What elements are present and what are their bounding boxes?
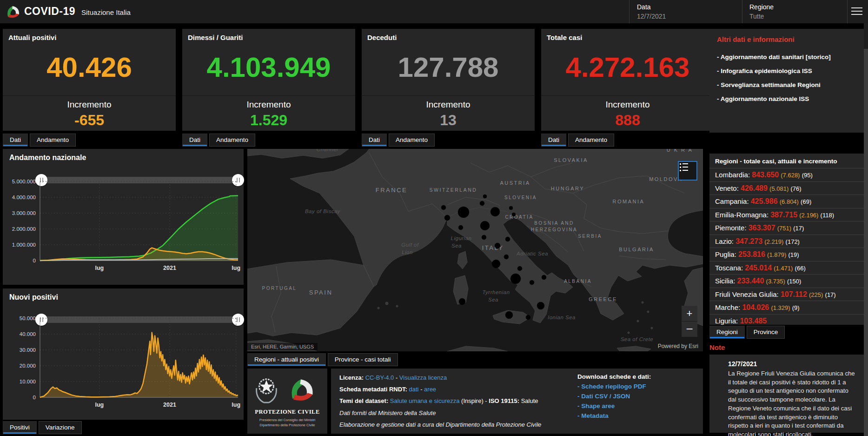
region-bubble[interactable] (483, 195, 487, 198)
download-title: Download schede e dati: (577, 373, 698, 380)
card-value: 4.272.163 (541, 51, 714, 83)
salute-link[interactable]: Salute umana e sicurezza (390, 397, 460, 404)
tab-andamento[interactable]: Andamento (209, 134, 255, 147)
region-row[interactable]: Emilia-Romagna: 387.715 (2.196) (118) (709, 208, 865, 221)
download-link[interactable]: - Metadata (577, 412, 698, 419)
region-bubble[interactable] (458, 225, 463, 230)
tab-regioni-attuali-positivi[interactable]: Regioni - attuali positivi (247, 353, 326, 366)
svg-text:30.000: 30.000 (20, 347, 36, 353)
card-value: 127.788 (362, 51, 535, 83)
map-zoom-in-button[interactable]: + (682, 306, 697, 322)
region-bubble[interactable] (505, 311, 513, 319)
region-bubble[interactable] (459, 298, 465, 305)
region-row[interactable]: Friuli Venezia Giulia: 107.112 (225) (17… (709, 288, 865, 301)
svg-text:SWITZERLAND: SWITZERLAND (430, 187, 477, 193)
chart-title: Nuovi positivi (9, 293, 58, 302)
region-row[interactable]: Liguria: 103.485 (709, 314, 865, 325)
region-row[interactable]: Veneto: 426.489 (5.081) (76) (709, 181, 865, 195)
card-dimessi-guariti: Dimessi / Guariti 4.103.949 Incremento 1… (182, 29, 355, 131)
tab-dati[interactable]: Dati (182, 134, 207, 147)
download-link[interactable]: - Schede riepilogo PDF (577, 383, 698, 390)
svg-text:SERBIA: SERBIA (578, 234, 602, 239)
license-link[interactable]: CC-BY-4.0 (365, 374, 394, 381)
region-bubble[interactable] (458, 207, 469, 218)
region-bubble[interactable] (482, 235, 486, 240)
regioni-list-panel: Regioni - totale casi, attuali e increme… (709, 154, 865, 325)
tab-dati[interactable]: Dati (362, 134, 387, 147)
svg-text:4.000.000: 4.000.000 (12, 195, 36, 200)
powered-by-esri: Powered by Esri (655, 342, 701, 350)
view-license-link[interactable]: Visualizza licenza (399, 374, 447, 381)
scrollbar-track[interactable] (864, 23, 868, 436)
altri-dati-link[interactable]: - Aggiornamento dati sanitari [storico] (717, 54, 852, 61)
increment-value: 888 (541, 112, 714, 129)
region-row[interactable]: Lazio: 347.273 (2.219) (172) (709, 235, 865, 248)
scrollbar-thumb[interactable] (864, 49, 868, 436)
europe-map[interactable]: ChannelBay of BiscayGulf ofLionLigurianS… (247, 149, 703, 351)
region-bubble[interactable] (495, 243, 500, 248)
region-bubble[interactable] (490, 207, 500, 216)
rndt-aree-link[interactable]: aree (424, 386, 436, 393)
region-bubble[interactable] (505, 237, 510, 241)
tab-province-casi-totali[interactable]: Province - casi totali (328, 353, 398, 366)
date-filter[interactable]: Data 12/7/2021 (637, 3, 666, 20)
tab-positivi[interactable]: Positivi (3, 421, 37, 434)
tab-andamento[interactable]: Andamento (568, 134, 614, 147)
region-row[interactable]: Puglia: 253.816 (1.879) (19) (709, 248, 865, 261)
rndt-dati-link[interactable]: dati (409, 386, 419, 393)
altri-dati-link[interactable]: - Sorveglianza settimanale Regioni (717, 81, 852, 89)
tab-dati[interactable]: Dati (541, 134, 566, 147)
menu-icon[interactable] (851, 7, 862, 16)
map-zoom-out-button[interactable]: − (682, 322, 697, 337)
iso-label: ISO 19115: (489, 397, 519, 404)
download-link[interactable]: - Shape aree (577, 402, 698, 409)
tab-andamento[interactable]: Andamento (30, 134, 76, 147)
region-bubble[interactable] (526, 315, 530, 320)
svg-text:Channel: Channel (317, 149, 338, 152)
tab-variazione[interactable]: Variazione (39, 421, 82, 434)
svg-text:20.000: 20.000 (20, 363, 36, 369)
region-row[interactable]: Sicilia: 233.440 (3.735) (150) (709, 274, 865, 288)
download-link[interactable]: - Dati CSV / JSON (577, 393, 698, 400)
svg-text:1.000.000: 1.000.000 (12, 242, 36, 248)
region-bubble[interactable] (510, 274, 521, 284)
region-bubble[interactable] (517, 266, 522, 271)
card-value: 40.426 (3, 51, 176, 83)
region-filter-value[interactable]: Tutte (749, 13, 774, 20)
altri-dati-link[interactable]: - Infografica epidemiologica ISS (717, 67, 852, 75)
svg-text:SLOVENIA: SLOVENIA (504, 195, 537, 200)
map-legend-button[interactable] (678, 161, 697, 181)
region-bubble[interactable] (444, 215, 450, 221)
license-panel: Licenza: CC-BY-4.0 - Visualizza licenza … (331, 369, 703, 434)
tab-province[interactable]: Province (747, 326, 785, 339)
region-bubble[interactable] (492, 260, 500, 268)
svg-text:Sea: Sea (488, 297, 498, 302)
svg-text:lug: lug (95, 402, 104, 408)
region-bubble[interactable] (504, 255, 509, 259)
tab-andamento[interactable]: Andamento (389, 134, 435, 147)
region-bubble[interactable] (512, 213, 516, 216)
region-filter[interactable]: Regione Tutte (749, 3, 774, 20)
region-bubble[interactable] (480, 221, 490, 230)
altri-dati-link[interactable]: - Aggiornamento nazionale ISS (717, 95, 852, 103)
region-bubble[interactable] (480, 201, 484, 206)
region-row[interactable]: Piemonte: 363.307 (751) (17) (709, 221, 865, 235)
region-bubble[interactable] (542, 275, 546, 280)
card-totale-casi: Totale casi 4.272.163 Incremento 888 (541, 29, 714, 131)
svg-text:Tyrrhenian: Tyrrhenian (482, 289, 510, 295)
region-bubble[interactable] (530, 280, 534, 285)
region-row[interactable]: Campania: 425.986 (6.804) (69) (709, 195, 865, 208)
increment-label: Incremento (541, 100, 714, 110)
region-bubble[interactable] (509, 206, 513, 210)
date-filter-value[interactable]: 12/7/2021 (637, 13, 666, 20)
svg-text:3.000.000: 3.000.000 (12, 210, 36, 216)
region-row[interactable]: Lombardia: 843.650 (7.628) (95) (709, 168, 865, 181)
region-row[interactable]: Marche: 104.026 (1.329) (9) (709, 301, 865, 314)
map-tabs: Regioni - attuali positivi Province - ca… (247, 353, 398, 366)
region-bubble[interactable] (537, 302, 544, 309)
tab-regioni[interactable]: Regioni (709, 326, 745, 339)
region-bubble[interactable] (441, 205, 446, 210)
region-row[interactable]: Toscana: 245.014 (1.471) (66) (709, 261, 865, 275)
svg-text:PORTUGAL: PORTUGAL (262, 286, 297, 291)
tab-dati[interactable]: Dati (3, 134, 28, 147)
